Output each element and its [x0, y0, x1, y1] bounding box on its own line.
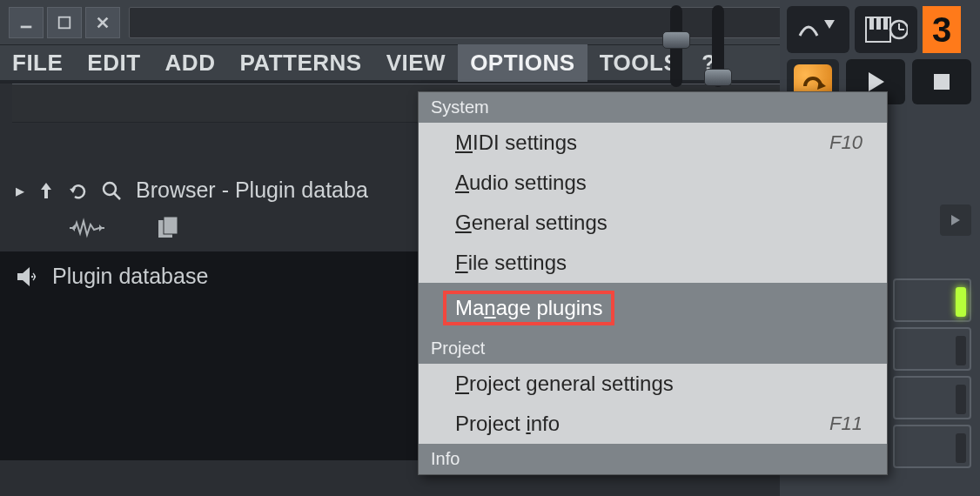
dropdown-section-system: System	[419, 92, 887, 123]
menu-audio-settings[interactable]: Audio settings	[419, 163, 887, 203]
menu-view[interactable]: VIEW	[374, 44, 458, 82]
channel-slots	[893, 278, 971, 468]
pattern-number-display[interactable]: 3	[923, 6, 961, 53]
svg-marker-12	[824, 20, 835, 29]
shortcut-label: F11	[829, 412, 863, 435]
close-button[interactable]	[85, 7, 120, 38]
svg-marker-23	[951, 215, 960, 225]
dropdown-section-project: Project	[419, 333, 887, 364]
options-dropdown: System MIDI settings F10 Audio settings …	[418, 91, 888, 475]
piano-roll-shortcut-button[interactable]	[855, 6, 917, 53]
undo-icon[interactable]	[68, 181, 87, 200]
svg-marker-6	[71, 225, 75, 231]
svg-marker-7	[99, 225, 103, 231]
search-icon[interactable]	[101, 180, 122, 201]
menu-project-info[interactable]: Project info F11	[419, 404, 887, 444]
plugin-database-label: Plugin database	[52, 264, 208, 289]
svg-rect-22	[934, 74, 950, 90]
menu-general-settings[interactable]: General settings	[419, 203, 887, 243]
channel-slot-2[interactable]	[893, 327, 971, 371]
menu-options[interactable]: OPTIONS	[458, 44, 587, 82]
menu-edit[interactable]: EDIT	[75, 44, 152, 82]
dropdown-section-info: Info	[419, 444, 887, 474]
shortcut-label: F10	[829, 131, 863, 154]
svg-rect-0	[21, 25, 32, 28]
svg-rect-16	[883, 17, 888, 30]
menu-patterns[interactable]: PATTERNS	[227, 44, 373, 82]
svg-rect-14	[869, 17, 874, 30]
svg-point-10	[31, 275, 33, 277]
svg-line-5	[114, 193, 120, 199]
browser-header: ▸ Browser - Plugin databa	[0, 174, 418, 211]
menu-file-settings[interactable]: File settings	[419, 243, 887, 283]
top-right-row: 3	[780, 0, 980, 59]
plugin-database-row[interactable]: Plugin database	[16, 264, 402, 289]
expand-arrow-button[interactable]	[940, 204, 971, 236]
browser-toolbar	[0, 211, 418, 251]
channel-led-icon	[956, 287, 966, 317]
window-controls	[9, 7, 120, 38]
chevron-right-icon[interactable]: ▸	[16, 180, 24, 201]
minimize-button[interactable]	[9, 7, 44, 38]
maximize-button[interactable]	[47, 7, 82, 38]
menu-file[interactable]: FILE	[0, 44, 75, 82]
svg-rect-9	[164, 217, 178, 234]
menu-midi-settings[interactable]: MIDI settings F10	[419, 123, 887, 163]
channel-slot-1[interactable]	[893, 278, 971, 322]
slider-a[interactable]	[670, 5, 682, 87]
slider-b[interactable]	[712, 5, 724, 87]
browser-title: Browser - Plugin databa	[136, 178, 368, 203]
waveform-shortcut-button[interactable]	[787, 6, 849, 53]
waveform-icon[interactable]	[70, 218, 104, 238]
channel-led-icon	[956, 336, 966, 365]
channel-led-icon	[956, 433, 966, 463]
svg-rect-15	[876, 17, 881, 30]
menu-project-general-settings[interactable]: Project general settings	[419, 364, 887, 404]
svg-point-4	[104, 183, 116, 195]
browser-nav-icons: ▸	[16, 180, 122, 201]
svg-rect-1	[59, 17, 70, 28]
speaker-icon	[16, 265, 40, 288]
master-sliders	[670, 5, 775, 101]
channel-slot-4[interactable]	[893, 425, 971, 468]
svg-point-11	[34, 275, 36, 277]
channel-led-icon	[956, 385, 966, 414]
arrow-up-icon[interactable]	[38, 181, 54, 200]
svg-marker-21	[869, 72, 884, 91]
copy-icon[interactable]	[157, 215, 181, 241]
channel-slot-3[interactable]	[893, 376, 971, 419]
menu-add[interactable]: ADD	[153, 44, 228, 82]
browser-body: Plugin database	[0, 251, 418, 460]
menu-manage-plugins[interactable]: Manage plugins	[419, 283, 887, 333]
browser-panel: ▸ Browser - Plugin databa Plugin databas…	[0, 174, 418, 496]
stop-button[interactable]	[912, 59, 971, 104]
